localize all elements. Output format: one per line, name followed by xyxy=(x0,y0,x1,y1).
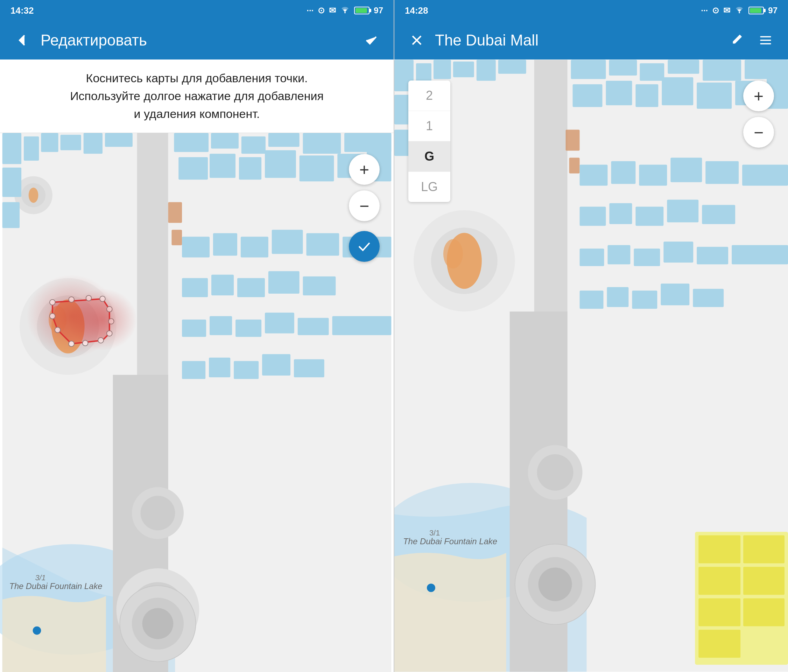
close-button[interactable] xyxy=(407,30,427,50)
zoom-out-button-left[interactable]: − xyxy=(349,191,380,221)
svg-rect-123 xyxy=(569,158,580,173)
floor-item-1[interactable]: 1 xyxy=(408,111,450,141)
svg-rect-46 xyxy=(237,278,265,297)
svg-rect-53 xyxy=(298,318,329,335)
headphone-icon: ⊙ xyxy=(318,6,325,15)
svg-rect-20 xyxy=(105,133,133,147)
message-icon: ✉ xyxy=(329,6,336,15)
svg-rect-54 xyxy=(332,316,391,335)
battery-icon-left xyxy=(354,6,370,14)
svg-rect-38 xyxy=(182,237,210,257)
wifi-icon xyxy=(340,6,350,15)
headphone-icon-r: ⊙ xyxy=(712,6,719,15)
svg-rect-49 xyxy=(182,319,206,337)
svg-rect-113 xyxy=(573,84,602,107)
svg-rect-44 xyxy=(182,278,208,297)
svg-rect-30 xyxy=(265,150,296,178)
svg-point-156 xyxy=(539,567,572,601)
svg-rect-34 xyxy=(2,168,21,197)
svg-rect-106 xyxy=(498,60,526,74)
svg-rect-149 xyxy=(698,567,740,595)
svg-rect-122 xyxy=(566,130,580,151)
svg-rect-31 xyxy=(300,156,334,181)
zoom-controls-right: + − xyxy=(743,81,774,148)
svg-rect-52 xyxy=(265,313,294,333)
svg-point-61 xyxy=(141,496,175,531)
map-svg-right: 3/1 The Dubai Fountain Lake xyxy=(394,59,788,672)
zoom-in-button-left[interactable]: + xyxy=(349,154,380,185)
svg-point-79 xyxy=(33,626,41,635)
svg-rect-39 xyxy=(213,233,237,256)
menu-button[interactable] xyxy=(756,30,775,50)
battery-pct-left: 97 xyxy=(374,6,383,15)
confirm-map-button[interactable] xyxy=(349,231,380,262)
svg-rect-21 xyxy=(174,133,208,152)
svg-rect-56 xyxy=(209,358,230,377)
svg-rect-42 xyxy=(306,233,339,256)
svg-rect-55 xyxy=(182,361,205,379)
battery-pct-right: 97 xyxy=(768,6,777,15)
svg-rect-103 xyxy=(434,60,451,79)
back-button[interactable] xyxy=(13,30,32,50)
svg-rect-40 xyxy=(241,237,268,257)
svg-rect-139 xyxy=(697,247,728,264)
right-panel: 14:28 ··· ⊙ ✉ 97 xyxy=(394,0,788,672)
svg-rect-126 xyxy=(639,165,667,186)
svg-point-161 xyxy=(427,583,435,592)
svg-rect-115 xyxy=(635,84,658,107)
svg-rect-150 xyxy=(743,567,785,595)
left-panel: 14:32 ··· ⊙ ✉ 97 Ред xyxy=(0,0,394,672)
svg-rect-17 xyxy=(41,133,58,152)
svg-rect-22 xyxy=(211,133,238,148)
floor-item-2[interactable]: 2 xyxy=(408,81,450,111)
map-area-right[interactable]: 3/1 The Dubai Fountain Lake 2 1 G LG + − xyxy=(394,59,788,672)
status-bar-right: 14:28 ··· ⊙ ✉ 97 xyxy=(394,0,788,21)
svg-rect-18 xyxy=(60,135,81,150)
svg-text:3/1: 3/1 xyxy=(35,573,46,582)
zoom-out-button-right[interactable]: − xyxy=(743,117,774,148)
svg-rect-117 xyxy=(697,83,732,109)
status-icons-left: ··· ⊙ ✉ 97 xyxy=(307,6,383,15)
map-area-left[interactable]: 3/1 The Dubai Fountain Lake + − xyxy=(0,133,394,672)
svg-rect-137 xyxy=(634,248,660,266)
svg-rect-19 xyxy=(84,133,103,154)
svg-rect-59 xyxy=(294,359,324,377)
svg-rect-104 xyxy=(453,62,474,77)
zoom-in-button-right[interactable]: + xyxy=(743,81,774,111)
floor-item-G[interactable]: G xyxy=(408,141,450,172)
info-text-line2: Используйте долгое нажатие для добавлени… xyxy=(70,89,324,103)
signal-dots-icon-r: ··· xyxy=(701,6,708,15)
status-bar-left: 14:32 ··· ⊙ ✉ 97 xyxy=(0,0,394,21)
wifi-icon-r xyxy=(734,6,744,15)
svg-rect-58 xyxy=(262,354,291,375)
svg-rect-51 xyxy=(235,319,261,337)
svg-rect-29 xyxy=(239,157,261,180)
svg-rect-135 xyxy=(580,248,604,266)
confirm-header-button[interactable] xyxy=(361,30,381,50)
svg-rect-41 xyxy=(272,230,303,254)
svg-rect-15 xyxy=(2,133,21,164)
status-icons-right: ··· ⊙ ✉ 97 xyxy=(701,6,777,15)
info-banner: Коснитесь карты для добавления точки. Ис… xyxy=(0,59,394,133)
header-title-left: Редактировать xyxy=(41,32,353,49)
status-time-left: 14:32 xyxy=(11,5,34,16)
edit-button[interactable] xyxy=(728,30,747,50)
svg-rect-47 xyxy=(268,271,300,294)
svg-rect-27 xyxy=(178,157,208,180)
info-text-line3: и удаления компонент. xyxy=(133,107,260,121)
app-header-right: The Dubai Mall xyxy=(394,21,788,59)
svg-rect-48 xyxy=(303,276,336,295)
map-svg-left: 3/1 The Dubai Fountain Lake xyxy=(0,133,394,672)
svg-rect-50 xyxy=(210,316,232,335)
svg-rect-134 xyxy=(702,205,735,224)
svg-text:3/1: 3/1 xyxy=(429,529,440,537)
svg-rect-142 xyxy=(607,287,628,307)
svg-rect-108 xyxy=(609,60,637,76)
svg-rect-116 xyxy=(662,77,693,105)
svg-rect-124 xyxy=(580,165,608,186)
floor-item-LG[interactable]: LG xyxy=(408,172,450,202)
floor-selector: 2 1 G LG xyxy=(408,81,450,202)
svg-rect-140 xyxy=(732,245,788,264)
svg-rect-111 xyxy=(703,60,741,81)
svg-rect-35 xyxy=(2,202,20,228)
